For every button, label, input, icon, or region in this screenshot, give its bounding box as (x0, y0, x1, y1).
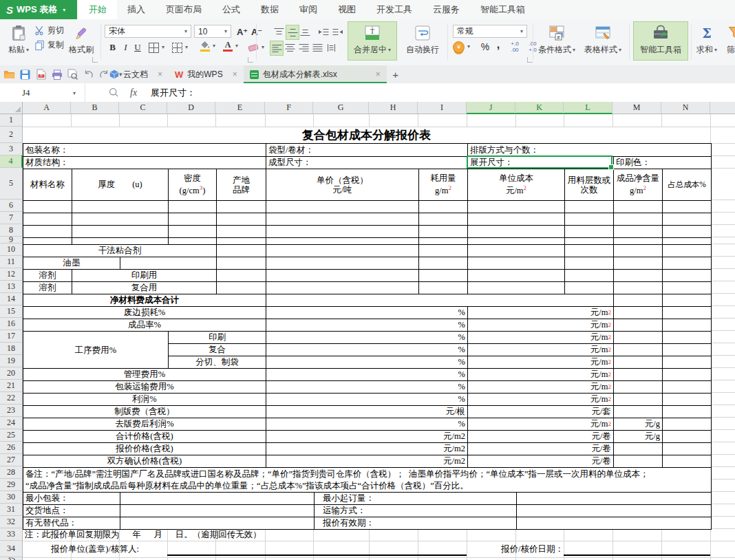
row-header[interactable]: 7 (0, 212, 23, 224)
empty-cell[interactable] (662, 368, 711, 380)
col-header-d[interactable]: D (167, 102, 215, 114)
col-header-c[interactable]: C (119, 102, 167, 114)
row-header[interactable]: 4 (0, 155, 23, 168)
empty-cell[interactable] (662, 225, 711, 237)
empty-cell[interactable] (564, 257, 613, 269)
close-icon[interactable]: × (158, 69, 162, 79)
align-middle-button[interactable] (286, 25, 299, 40)
cell-solvent-laminate[interactable]: 溶剂 (23, 281, 72, 294)
cell-package-name[interactable]: 包装名称： (23, 144, 266, 156)
cell-solvent-print[interactable]: 溶剂 (23, 269, 72, 281)
row-header[interactable]: 20 (0, 367, 23, 380)
col-thickness[interactable]: 厚度 (u) (72, 169, 168, 200)
empty-cell[interactable] (613, 393, 662, 405)
empty-cell[interactable] (168, 237, 216, 244)
cell-process-fee[interactable]: 工序费用% (23, 331, 168, 369)
cell-process-slit-bag[interactable]: 分切、制袋 (168, 356, 266, 368)
empty-cell[interactable] (662, 306, 711, 319)
cell-unit[interactable]: 元/m2 (467, 356, 613, 368)
select-all-corner[interactable] (0, 102, 23, 114)
empty-cell[interactable] (613, 244, 662, 257)
menu-tab-developer[interactable]: 开发工具 (366, 0, 423, 19)
cell-profit-after-plate[interactable]: 去版费后利润% (23, 418, 266, 430)
empty-cell[interactable] (467, 269, 564, 281)
empty-cell[interactable] (662, 393, 711, 405)
col-header-l[interactable]: L (564, 102, 612, 114)
cell-pct[interactable]: % (266, 319, 467, 331)
empty-cell[interactable] (216, 257, 266, 269)
empty-cell[interactable] (266, 237, 418, 244)
row-header[interactable]: 9 (0, 237, 23, 244)
empty-cell[interactable] (23, 213, 72, 225)
menu-tab-smart-toolbox[interactable]: 智能工具箱 (470, 0, 535, 19)
formula-input[interactable]: 展开尺寸： (151, 87, 195, 99)
col-header-j[interactable]: J (467, 102, 515, 114)
empty-cell[interactable] (613, 442, 662, 455)
justify-button[interactable] (311, 41, 323, 54)
empty-cell[interactable] (613, 269, 662, 281)
menu-tab-insert[interactable]: 插入 (117, 0, 156, 19)
empty-cell[interactable] (467, 281, 564, 294)
selected-cell-j4[interactable] (467, 155, 612, 169)
cell-layout-count[interactable]: 排版方式与个数： (467, 144, 711, 156)
empty-cell[interactable] (613, 356, 662, 368)
empty-cell[interactable] (662, 213, 711, 225)
cell-unit[interactable]: 元/m2 (467, 319, 613, 331)
cell-quote-validity[interactable]: 报价有效期： (314, 517, 516, 529)
empty-cell[interactable] (613, 281, 662, 294)
row-header[interactable]: 24 (0, 417, 23, 429)
cell-unit[interactable]: 元/m2 (266, 442, 467, 455)
cell-min-package[interactable]: 最小包装： (23, 492, 120, 504)
empty-cell[interactable] (613, 237, 662, 244)
sum-button[interactable]: Σ 求和▾ (694, 21, 720, 61)
col-net-content[interactable]: 成品净含量 g/m2 (613, 169, 662, 200)
menu-tab-home[interactable]: 开始 (78, 0, 117, 19)
signature-line[interactable] (167, 541, 467, 556)
cell-packing-transport-fee[interactable]: 包装运输费用% (23, 380, 266, 393)
fill-color-button[interactable]: ▾ (200, 39, 215, 53)
new-tab-button[interactable]: + (387, 65, 405, 83)
empty-cell[interactable] (216, 269, 266, 281)
cell-laminate-use[interactable]: 复合用 (72, 281, 216, 294)
cell-total-price[interactable]: 合计价格(含税) (23, 430, 266, 442)
row-header[interactable]: 16 (0, 318, 23, 330)
comma-format-button[interactable]: , (494, 38, 502, 52)
menu-tab-page-layout[interactable]: 页面布局 (156, 0, 212, 19)
row-header[interactable]: 29 (0, 479, 23, 491)
row-header[interactable]: 5 (0, 168, 23, 200)
row-header[interactable]: 34 (0, 541, 23, 557)
row-header[interactable]: 1 (0, 114, 23, 127)
col-cost-share[interactable]: 占总成本% (662, 169, 711, 200)
empty-cell[interactable] (266, 244, 418, 257)
empty-cell[interactable] (516, 517, 711, 529)
empty-cell[interactable] (266, 281, 418, 294)
row-header[interactable]: 30 (0, 491, 23, 504)
empty-cell[interactable] (662, 237, 711, 244)
cell-unit[interactable]: 元/根 (266, 405, 467, 418)
col-header-a[interactable]: A (23, 102, 71, 114)
col-unit-price[interactable]: 单价（含税） 元/吨 (266, 169, 418, 200)
empty-cell[interactable] (662, 430, 711, 442)
empty-cell[interactable] (662, 331, 711, 343)
cell-unit[interactable]: 元/卷 (467, 455, 613, 467)
borders-button[interactable]: ▾ (149, 41, 164, 54)
row-header[interactable]: 15 (0, 305, 23, 318)
insert-function-button[interactable]: fx (130, 87, 137, 98)
empty-cell[interactable] (516, 504, 711, 517)
menu-tab-data[interactable]: 数据 (251, 0, 289, 19)
empty-cell[interactable] (418, 244, 467, 257)
doc-tab-cloud[interactable]: 云文档 × (103, 65, 169, 83)
col-header-h[interactable]: H (369, 102, 418, 114)
row-header[interactable]: 11 (0, 256, 23, 268)
cell-waste-loss[interactable]: 废边损耗% (23, 306, 266, 319)
cell-unit[interactable]: 元/m2 (467, 393, 613, 405)
col-header-m[interactable]: M (612, 102, 661, 114)
row-header[interactable]: 33 (0, 528, 23, 541)
empty-cell[interactable] (72, 213, 168, 225)
col-material-name[interactable]: 材料名称 (23, 169, 72, 200)
empty-cell[interactable] (564, 213, 613, 225)
empty-cell[interactable] (418, 237, 467, 244)
align-bottom-button[interactable] (299, 25, 311, 39)
empty-cell[interactable] (662, 200, 711, 213)
empty-cell[interactable] (216, 237, 266, 244)
